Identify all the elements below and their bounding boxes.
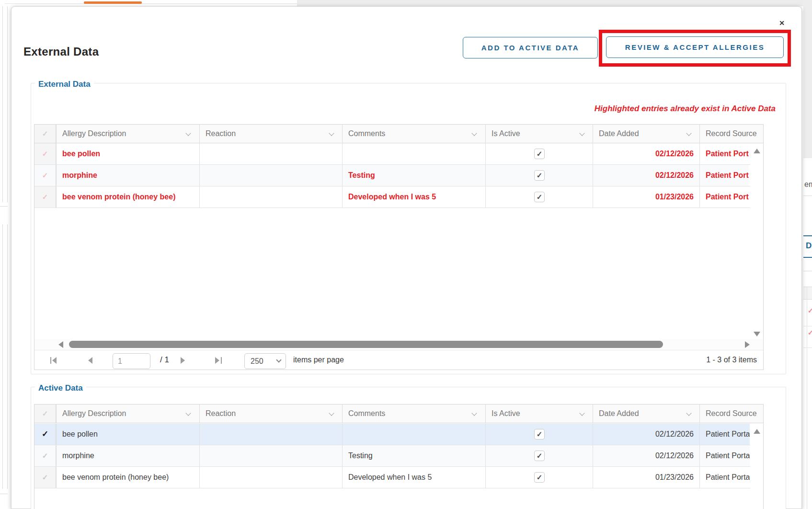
prev-page-button[interactable] bbox=[88, 357, 95, 364]
column-header-allergy[interactable]: Allergy Description bbox=[56, 125, 199, 143]
is-active-cell: ✓ bbox=[485, 165, 593, 186]
table-row[interactable]: ✓ bee venom protein (honey bee) Develope… bbox=[34, 467, 750, 488]
table-row[interactable]: ✓ morphine Testing ✓ 02/12/2026 Patient … bbox=[34, 165, 750, 186]
row-select-cell[interactable]: ✓ bbox=[34, 186, 56, 208]
is-active-cell: ✓ bbox=[485, 467, 593, 488]
comments-cell: Developed when I was 5 bbox=[342, 186, 485, 208]
column-header-is-active[interactable]: Is Active bbox=[485, 125, 593, 143]
check-icon: ✓ bbox=[42, 409, 48, 417]
page-size-select[interactable]: 250 bbox=[244, 353, 286, 369]
select-all-column-header[interactable]: ✓ bbox=[34, 125, 56, 143]
scrollbar-thumb[interactable] bbox=[69, 341, 663, 348]
is-active-checkbox[interactable]: ✓ bbox=[534, 472, 545, 483]
add-to-active-data-button[interactable]: ADD TO ACTIVE DATA bbox=[463, 37, 598, 58]
reaction-cell bbox=[199, 143, 342, 164]
row-select-cell[interactable]: ✓ bbox=[34, 165, 56, 186]
next-page-button[interactable] bbox=[181, 357, 187, 364]
scroll-up-icon[interactable] bbox=[754, 429, 760, 434]
bg-button-fragment-label: D bbox=[806, 241, 812, 251]
reaction-cell bbox=[199, 467, 342, 488]
table-row[interactable]: ✓ bee pollen ✓ 02/12/2026 Patient Portal bbox=[34, 143, 750, 165]
bg-tab-strip-line bbox=[5, 3, 297, 4]
allergy-cell: morphine bbox=[56, 445, 199, 466]
highlighted-entries-note: Highlighted entries already exist in Act… bbox=[595, 104, 776, 114]
page-number-input[interactable]: 1 bbox=[113, 353, 150, 369]
reaction-cell bbox=[199, 424, 342, 445]
row-select-cell[interactable]: ✓ bbox=[34, 467, 56, 488]
reaction-cell bbox=[199, 186, 342, 208]
bg-table-border-fragment bbox=[807, 287, 807, 509]
chevron-down-icon bbox=[276, 357, 281, 362]
bg-check-fragment: ✓ bbox=[808, 307, 812, 314]
table-row[interactable]: ✓ morphine Testing ✓ 02/12/2026 Patient … bbox=[34, 445, 750, 467]
is-active-cell: ✓ bbox=[485, 143, 593, 164]
is-active-checkbox[interactable]: ✓ bbox=[534, 170, 545, 181]
table-row[interactable]: ✓ bee venom protein (honey bee) Develope… bbox=[34, 186, 750, 208]
column-header-reaction[interactable]: Reaction bbox=[199, 125, 342, 143]
allergy-cell: bee venom protein (honey bee) bbox=[56, 467, 199, 488]
bg-left-line-4 bbox=[7, 224, 8, 489]
active-data-panel-label: Active Data bbox=[35, 383, 86, 393]
bg-right-strip: em D ✓ ✓ bbox=[803, 0, 812, 509]
allergy-cell: bee pollen bbox=[56, 143, 199, 164]
date-added-cell: 02/12/2026 bbox=[593, 165, 699, 186]
row-select-cell[interactable]: ✓ bbox=[34, 424, 56, 445]
column-header-is-active[interactable]: Is Active bbox=[485, 405, 593, 423]
date-added-cell: 02/12/2026 bbox=[593, 143, 699, 164]
column-header-date-added[interactable]: Date Added bbox=[593, 125, 699, 143]
select-all-column-header[interactable]: ✓ bbox=[34, 405, 56, 423]
bg-left-line-2 bbox=[7, 4, 8, 202]
bg-left-hline-1 bbox=[0, 206, 8, 207]
bg-button-fragment-border bbox=[803, 235, 812, 236]
reaction-cell bbox=[199, 445, 342, 466]
bg-active-tab-underline bbox=[84, 1, 142, 4]
column-header-comments[interactable]: Comments bbox=[342, 125, 485, 143]
bg-check-fragment: ✓ bbox=[808, 329, 812, 336]
bg-table-row-line bbox=[803, 347, 812, 348]
grid-header: ✓ Allergy Description Reaction Comments … bbox=[34, 125, 763, 143]
annotation-highlight-box bbox=[599, 30, 791, 67]
allergy-cell: bee venom protein (honey bee) bbox=[56, 186, 199, 208]
record-source-cell: Patient Portal bbox=[699, 143, 749, 164]
comments-cell: Developed when I was 5 bbox=[342, 467, 485, 488]
last-page-button[interactable] bbox=[215, 357, 224, 364]
column-header-allergy[interactable]: Allergy Description bbox=[56, 405, 199, 423]
column-header-date-added[interactable]: Date Added bbox=[593, 405, 699, 423]
date-added-cell: 02/12/2026 bbox=[593, 445, 699, 466]
check-icon: ✓ bbox=[42, 429, 48, 439]
reaction-cell bbox=[199, 165, 342, 186]
scroll-down-icon[interactable] bbox=[754, 332, 760, 336]
is-active-checkbox[interactable]: ✓ bbox=[534, 429, 545, 440]
first-page-button[interactable] bbox=[50, 357, 59, 364]
scroll-up-icon[interactable] bbox=[754, 149, 760, 153]
horizontal-scrollbar[interactable] bbox=[34, 339, 763, 350]
bg-right-gray bbox=[803, 0, 812, 158]
row-select-cell[interactable]: ✓ bbox=[34, 445, 56, 466]
bg-divider bbox=[803, 196, 812, 196]
column-header-record-source[interactable]: Record Source bbox=[699, 405, 763, 423]
table-row[interactable]: ✓ bee pollen ✓ 02/12/2026 Patient Portal bbox=[34, 424, 750, 445]
is-active-checkbox[interactable]: ✓ bbox=[534, 149, 545, 159]
grid-header: ✓ Allergy Description Reaction Comments … bbox=[34, 405, 763, 423]
row-select-cell[interactable]: ✓ bbox=[34, 143, 56, 164]
is-active-cell: ✓ bbox=[485, 445, 593, 466]
record-source-cell: Patient Portal bbox=[699, 467, 750, 488]
column-header-reaction[interactable]: Reaction bbox=[199, 405, 342, 423]
column-header-comments[interactable]: Comments bbox=[342, 405, 485, 423]
close-icon[interactable]: ✕ bbox=[777, 18, 787, 28]
comments-cell: Testing bbox=[342, 445, 485, 466]
scroll-left-icon[interactable] bbox=[58, 341, 63, 348]
bg-page bbox=[297, 0, 812, 6]
column-header-record-source[interactable]: Record Source bbox=[699, 125, 763, 143]
is-active-checkbox[interactable]: ✓ bbox=[534, 192, 545, 202]
date-added-cell: 02/12/2026 bbox=[593, 424, 699, 445]
comments-cell bbox=[342, 143, 485, 164]
page-size-value: 250 bbox=[251, 357, 263, 365]
pager: 1 / 1 250 items per page 1 - 3 of 3 item… bbox=[34, 350, 763, 370]
check-icon: ✓ bbox=[42, 473, 48, 481]
scroll-right-icon[interactable] bbox=[745, 341, 750, 348]
bg-button-fragment-border bbox=[803, 257, 812, 258]
record-source-cell: Patient Portal bbox=[699, 445, 750, 466]
check-icon: ✓ bbox=[42, 150, 48, 158]
is-active-checkbox[interactable]: ✓ bbox=[534, 451, 545, 461]
